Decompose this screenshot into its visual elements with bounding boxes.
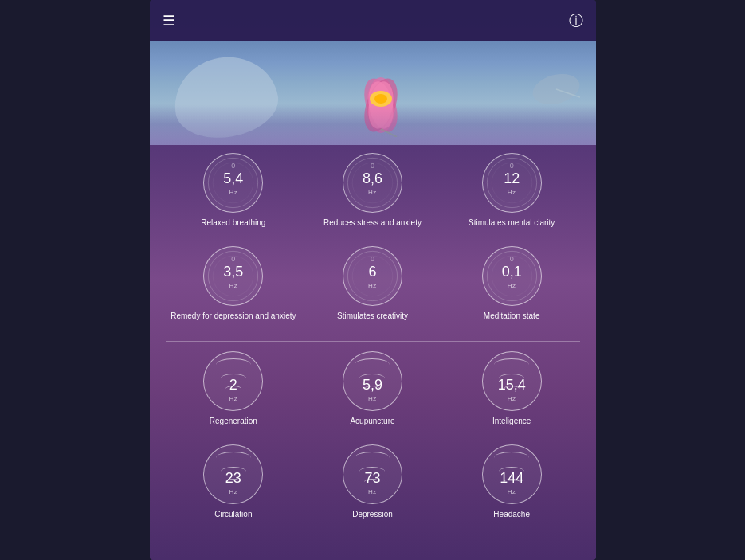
iso-inner: 73 Hz — [343, 445, 402, 503]
circle-badge-regeneration: 2 Hz — [203, 351, 263, 411]
freq-number-value: 73 — [364, 470, 380, 487]
zero-prefix: 0 — [231, 162, 235, 170]
zero-prefix: 0 — [371, 255, 374, 263]
menu-icon[interactable]: ☰ — [163, 12, 175, 29]
freq-display: 8,6 — [363, 170, 382, 187]
circle-badge-depression2: 73 Hz — [343, 444, 402, 504]
binaural-inner: 0 12 Hz — [483, 154, 541, 212]
freq-number-value: 8,6 — [363, 170, 382, 187]
item-label: Inteligence — [492, 416, 531, 438]
iso-inner: 23 Hz — [204, 445, 262, 503]
freq-number-value: 15,4 — [498, 377, 526, 394]
section-divider — [166, 341, 580, 342]
binaural-item-depression[interactable]: 0 3,5 Hz Remedy for depression and anxie… — [166, 246, 302, 333]
app-container: ☰ ⓘ — [150, 0, 596, 560]
item-label: Remedy for depression and anxiety — [171, 311, 296, 333]
isochronic-item-circulation[interactable]: 23 Hz Circulation — [166, 444, 302, 531]
item-label: Headache — [493, 509, 530, 531]
binaural-inner: 0 8,6 Hz — [343, 154, 402, 212]
freq-number-value: 5,9 — [363, 377, 382, 394]
freq-display: 73 — [364, 470, 380, 487]
binaural-inner: 0 5,4 Hz — [204, 154, 262, 212]
iso-inner: 144 Hz — [483, 445, 541, 503]
freq-unit: Hz — [229, 395, 237, 402]
freq-display: 2 — [229, 377, 237, 394]
item-label: Depression — [352, 509, 393, 531]
freq-number-value: 23 — [225, 470, 241, 487]
item-label: Regeneration — [210, 416, 257, 438]
item-label: Acupuncture — [350, 416, 394, 438]
item-label: Meditation state — [484, 311, 540, 333]
binaural-item-meditation[interactable]: 0 0,1 Hz Meditation state — [444, 246, 580, 333]
freq-unit: Hz — [508, 488, 516, 495]
freq-number-value: 144 — [500, 470, 523, 487]
freq-display: 3,5 — [223, 264, 243, 280]
info-icon[interactable]: ⓘ — [569, 11, 583, 30]
freq-unit: Hz — [229, 488, 237, 495]
binaural-inner: 0 6 Hz — [343, 247, 402, 305]
isochronic-grid: 2 Hz Regeneration 5,9 Hz Acupuncture — [166, 351, 580, 531]
freq-number-value: 3,5 — [223, 264, 243, 280]
freq-display: 5,4 — [223, 170, 243, 187]
item-label: Reduces stress and anxiety — [323, 217, 422, 240]
freq-number-value: 5,4 — [223, 170, 243, 187]
item-label: Stimulates mental clarity — [469, 217, 555, 240]
isochronic-item-intelligence[interactable]: 15,4 Hz Inteligence — [444, 351, 580, 438]
freq-unit: Hz — [508, 189, 516, 196]
item-label: Stimulates creativity — [337, 311, 408, 333]
freq-display: 5,9 — [363, 377, 382, 394]
freq-unit: Hz — [368, 189, 377, 196]
circle-badge-relaxed: 0 5,4 Hz — [203, 153, 263, 213]
circle-badge-intelligence: 15,4 Hz — [482, 351, 542, 411]
freq-number-value: 6 — [368, 264, 376, 280]
isochronic-section: 2 Hz Regeneration 5,9 Hz Acupuncture — [150, 351, 596, 547]
freq-unit: Hz — [229, 282, 237, 289]
freq-number-value: 12 — [504, 170, 520, 187]
zero-prefix: 0 — [510, 255, 514, 263]
circle-badge-headache: 144 Hz — [482, 444, 542, 504]
freq-display: 15,4 — [498, 377, 526, 394]
isochronic-item-acupuncture[interactable]: 5,9 Hz Acupuncture — [304, 351, 441, 438]
svg-point-6 — [374, 94, 387, 104]
iso-inner: 15,4 Hz — [483, 352, 541, 410]
svg-point-8 — [529, 69, 580, 109]
zero-prefix: 0 — [371, 162, 374, 170]
binaural-item-stress[interactable]: 0 8,6 Hz Reduces stress and anxiety — [304, 153, 441, 240]
circle-badge-stress: 0 8,6 Hz — [343, 153, 402, 213]
isochronic-item-depression2[interactable]: 73 Hz Depression — [304, 444, 441, 531]
hero-image — [150, 41, 596, 145]
circle-badge-mental: 0 12 Hz — [482, 153, 542, 213]
binaural-item-creativity[interactable]: 0 6 Hz Stimulates creativity — [304, 246, 441, 333]
item-label: Relaxed breathing — [201, 217, 265, 240]
isochronic-item-regeneration[interactable]: 2 Hz Regeneration — [166, 351, 302, 438]
circle-badge-acupuncture: 5,9 Hz — [343, 351, 402, 411]
zero-prefix: 0 — [231, 255, 235, 263]
isochronic-item-headache[interactable]: 144 Hz Headache — [444, 444, 580, 531]
circle-badge-creativity: 0 6 Hz — [343, 246, 402, 306]
freq-display: 0,1 — [502, 264, 522, 280]
freq-unit: Hz — [368, 488, 377, 495]
reflection — [150, 105, 596, 145]
binaural-section: 0 5,4 Hz Relaxed breathing 0 8,6 Hz Redu… — [150, 145, 596, 333]
binaural-inner: 0 3,5 Hz — [204, 247, 262, 305]
freq-unit: Hz — [229, 189, 237, 196]
binaural-grid: 0 5,4 Hz Relaxed breathing 0 8,6 Hz Redu… — [166, 153, 580, 333]
circle-badge-meditation: 0 0,1 Hz — [482, 246, 542, 306]
zero-prefix: 0 — [510, 162, 514, 170]
circle-badge-circulation: 23 Hz — [203, 444, 263, 504]
binaural-inner: 0 0,1 Hz — [483, 247, 541, 305]
iso-inner: 2 Hz — [204, 352, 262, 410]
freq-unit: Hz — [508, 395, 516, 402]
freq-display: 144 — [500, 470, 523, 487]
freq-unit: Hz — [368, 395, 377, 402]
binaural-item-relaxed[interactable]: 0 5,4 Hz Relaxed breathing — [166, 153, 302, 240]
binaural-item-mental[interactable]: 0 12 Hz Stimulates mental clarity — [444, 153, 580, 240]
freq-display: 23 — [225, 470, 241, 487]
freq-unit: Hz — [368, 282, 377, 289]
item-label: Circulation — [214, 509, 252, 531]
freq-number-value: 2 — [229, 377, 237, 394]
freq-display: 6 — [368, 264, 376, 280]
freq-unit: Hz — [508, 282, 516, 289]
header: ☰ ⓘ — [150, 0, 596, 41]
circle-badge-depression: 0 3,5 Hz — [203, 246, 263, 306]
